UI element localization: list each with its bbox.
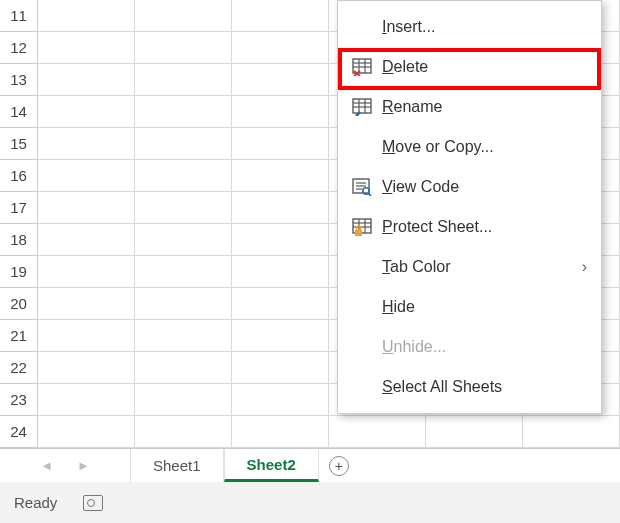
row-header[interactable]: 24 [0,416,38,448]
menu-unhide: Unhide... [338,327,601,367]
menu-tab-color[interactable]: Tab Color › [338,247,601,287]
menu-move-or-copy[interactable]: Move or Copy... [338,127,601,167]
row-header[interactable]: 22 [0,352,38,384]
cell[interactable] [135,256,232,288]
cell[interactable] [523,416,620,448]
menu-label: Move or Copy... [382,138,587,156]
row-header[interactable]: 17 [0,192,38,224]
rename-sheet-icon [352,98,382,116]
cell[interactable] [232,128,329,160]
cell[interactable] [232,224,329,256]
menu-hide[interactable]: Hide [338,287,601,327]
cell[interactable] [38,288,135,320]
row-header[interactable]: 13 [0,64,38,96]
protect-sheet-icon [352,218,382,236]
cell[interactable] [135,0,232,32]
menu-label: Tab Color [382,258,582,276]
menu-rename[interactable]: Rename [338,87,601,127]
view-code-icon [352,178,382,196]
cell[interactable] [232,192,329,224]
row-header[interactable]: 15 [0,128,38,160]
cell[interactable] [232,352,329,384]
cell[interactable] [329,416,426,448]
cell[interactable] [135,352,232,384]
delete-sheet-icon [352,58,382,76]
menu-label: Select All Sheets [382,378,587,396]
tab-prev-icon[interactable]: ◄ [40,458,53,473]
svg-rect-23 [355,230,362,236]
row-header[interactable]: 14 [0,96,38,128]
status-bar: Ready [0,482,620,523]
cell[interactable] [232,256,329,288]
row-header[interactable]: 23 [0,384,38,416]
cell[interactable] [426,416,523,448]
cell[interactable] [38,192,135,224]
tab-sheet2[interactable]: Sheet2 [224,449,319,482]
macro-record-icon[interactable] [83,495,103,511]
add-sheet-button[interactable]: + [319,449,359,482]
menu-label: Hide [382,298,587,316]
sheet-tab-bar: ◄ ► Sheet1 Sheet2 + [0,448,620,482]
menu-label: View Code [382,178,587,196]
svg-rect-0 [353,59,371,73]
cell[interactable] [135,384,232,416]
cell[interactable] [135,192,232,224]
cell[interactable] [232,160,329,192]
cell[interactable] [135,288,232,320]
menu-insert[interactable]: Insert... [338,7,601,47]
menu-label: Protect Sheet... [382,218,587,236]
cell[interactable] [232,32,329,64]
menu-label: Rename [382,98,587,116]
cell[interactable] [135,32,232,64]
cell[interactable] [135,416,232,448]
row-header[interactable]: 12 [0,32,38,64]
tab-sheet1[interactable]: Sheet1 [130,449,224,482]
svg-rect-7 [353,99,371,113]
cell[interactable] [135,160,232,192]
menu-protect-sheet[interactable]: Protect Sheet... [338,207,601,247]
row-header[interactable]: 16 [0,160,38,192]
svg-line-17 [368,193,371,196]
tab-next-icon[interactable]: ► [77,458,90,473]
cell[interactable] [38,352,135,384]
cell[interactable] [38,96,135,128]
cell[interactable] [38,0,135,32]
tabs: Sheet1 Sheet2 [130,449,319,482]
cell[interactable] [232,288,329,320]
cell[interactable] [135,96,232,128]
cell[interactable] [38,128,135,160]
grid-row: 24 [0,416,620,448]
menu-select-all-sheets[interactable]: Select All Sheets [338,367,601,407]
cell[interactable] [135,320,232,352]
cell[interactable] [232,320,329,352]
row-header[interactable]: 21 [0,320,38,352]
cell[interactable] [38,320,135,352]
cell[interactable] [38,256,135,288]
cell[interactable] [135,224,232,256]
cell[interactable] [232,64,329,96]
cell[interactable] [38,64,135,96]
cell[interactable] [135,64,232,96]
submenu-arrow-icon: › [582,258,587,276]
menu-view-code[interactable]: View Code [338,167,601,207]
cell[interactable] [135,128,232,160]
cell[interactable] [38,224,135,256]
cell[interactable] [232,384,329,416]
menu-label: Unhide... [382,338,587,356]
plus-icon: + [329,456,349,476]
cell[interactable] [38,32,135,64]
row-header[interactable]: 20 [0,288,38,320]
tab-nav: ◄ ► [0,449,130,482]
cell[interactable] [232,416,329,448]
cell[interactable] [232,0,329,32]
row-header[interactable]: 18 [0,224,38,256]
row-header[interactable]: 19 [0,256,38,288]
cell[interactable] [38,160,135,192]
menu-label: Delete [382,58,587,76]
cell[interactable] [38,416,135,448]
cell[interactable] [38,384,135,416]
cell[interactable] [232,96,329,128]
row-header[interactable]: 11 [0,0,38,32]
status-ready: Ready [14,494,57,511]
menu-delete[interactable]: Delete [338,47,601,87]
